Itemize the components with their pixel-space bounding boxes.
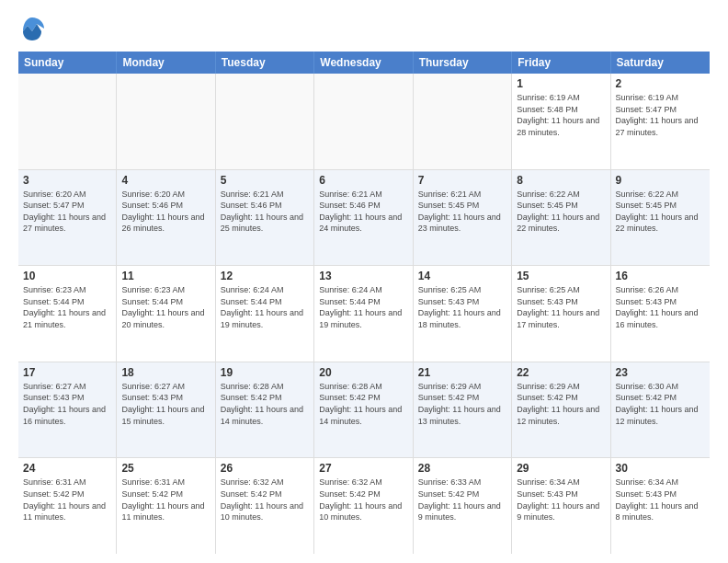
calendar-cell: 23Sunrise: 6:30 AM Sunset: 5:42 PM Dayli… [611,362,710,458]
cell-daylight-info: Sunrise: 6:28 AM Sunset: 5:42 PM Dayligh… [221,381,309,427]
day-number: 15 [517,270,605,282]
header [18,15,710,42]
calendar-cell: 9Sunrise: 6:22 AM Sunset: 5:45 PM Daylig… [611,170,710,266]
day-number: 10 [23,270,111,282]
calendar-header: SundayMondayTuesdayWednesdayThursdayFrid… [18,52,710,74]
calendar-cell: 3Sunrise: 6:20 AM Sunset: 5:47 PM Daylig… [18,170,117,266]
calendar-cell: 16Sunrise: 6:26 AM Sunset: 5:43 PM Dayli… [611,266,710,362]
calendar-row-4: 17Sunrise: 6:27 AM Sunset: 5:43 PM Dayli… [18,362,710,459]
calendar-cell: 27Sunrise: 6:32 AM Sunset: 5:42 PM Dayli… [314,458,413,554]
calendar-cell: 17Sunrise: 6:27 AM Sunset: 5:43 PM Dayli… [18,362,117,458]
calendar-cell: 19Sunrise: 6:28 AM Sunset: 5:42 PM Dayli… [216,362,314,458]
calendar-cell: 15Sunrise: 6:25 AM Sunset: 5:43 PM Dayli… [512,266,610,362]
cell-daylight-info: Sunrise: 6:23 AM Sunset: 5:44 PM Dayligh… [121,284,210,330]
header-day-saturday: Saturday [611,52,710,74]
calendar-row-2: 3Sunrise: 6:20 AM Sunset: 5:47 PM Daylig… [18,170,710,267]
day-number: 17 [23,366,111,379]
calendar-cell: 12Sunrise: 6:24 AM Sunset: 5:44 PM Dayli… [216,266,314,362]
calendar-cell: 30Sunrise: 6:34 AM Sunset: 5:43 PM Dayli… [611,458,710,554]
day-number: 26 [221,462,309,475]
logo-icon [18,15,46,42]
calendar-cell: 2Sunrise: 6:19 AM Sunset: 5:47 PM Daylig… [611,74,710,169]
cell-daylight-info: Sunrise: 6:24 AM Sunset: 5:44 PM Dayligh… [319,284,407,330]
cell-daylight-info: Sunrise: 6:24 AM Sunset: 5:44 PM Dayligh… [221,284,309,330]
day-number: 14 [418,270,506,282]
cell-daylight-info: Sunrise: 6:34 AM Sunset: 5:43 PM Dayligh… [517,477,605,523]
day-number: 9 [616,174,705,187]
cell-daylight-info: Sunrise: 6:19 AM Sunset: 5:47 PM Dayligh… [616,92,705,138]
day-number: 8 [517,174,605,187]
day-number: 28 [418,462,506,475]
header-day-monday: Monday [117,52,215,74]
day-number: 16 [616,270,705,282]
calendar-cell: 18Sunrise: 6:27 AM Sunset: 5:43 PM Dayli… [117,362,215,458]
calendar-cell [18,74,117,169]
calendar-cell: 22Sunrise: 6:29 AM Sunset: 5:42 PM Dayli… [512,362,610,458]
cell-daylight-info: Sunrise: 6:27 AM Sunset: 5:43 PM Dayligh… [23,381,111,427]
calendar-cell: 13Sunrise: 6:24 AM Sunset: 5:44 PM Dayli… [314,266,413,362]
calendar-cell [117,74,215,169]
cell-daylight-info: Sunrise: 6:29 AM Sunset: 5:42 PM Dayligh… [517,381,605,427]
day-number: 12 [221,270,309,282]
cell-daylight-info: Sunrise: 6:27 AM Sunset: 5:43 PM Dayligh… [121,381,210,427]
calendar-row-3: 10Sunrise: 6:23 AM Sunset: 5:44 PM Dayli… [18,266,710,362]
cell-daylight-info: Sunrise: 6:34 AM Sunset: 5:43 PM Dayligh… [616,477,705,523]
calendar-cell: 11Sunrise: 6:23 AM Sunset: 5:44 PM Dayli… [117,266,215,362]
calendar-cell: 8Sunrise: 6:22 AM Sunset: 5:45 PM Daylig… [512,170,610,266]
cell-daylight-info: Sunrise: 6:33 AM Sunset: 5:42 PM Dayligh… [418,477,506,523]
day-number: 13 [319,270,407,282]
day-number: 20 [319,366,407,379]
cell-daylight-info: Sunrise: 6:20 AM Sunset: 5:47 PM Dayligh… [23,189,111,235]
day-number: 11 [121,270,210,282]
cell-daylight-info: Sunrise: 6:21 AM Sunset: 5:46 PM Dayligh… [221,189,309,235]
calendar-cell [216,74,314,169]
day-number: 23 [616,366,705,379]
header-day-wednesday: Wednesday [314,52,413,74]
cell-daylight-info: Sunrise: 6:32 AM Sunset: 5:42 PM Dayligh… [221,477,309,523]
page: SundayMondayTuesdayWednesdayThursdayFrid… [0,0,728,563]
calendar-cell: 5Sunrise: 6:21 AM Sunset: 5:46 PM Daylig… [216,170,314,266]
day-number: 7 [418,174,506,187]
cell-daylight-info: Sunrise: 6:23 AM Sunset: 5:44 PM Dayligh… [23,284,111,330]
calendar-cell: 20Sunrise: 6:28 AM Sunset: 5:42 PM Dayli… [314,362,413,458]
cell-daylight-info: Sunrise: 6:25 AM Sunset: 5:43 PM Dayligh… [517,284,605,330]
cell-daylight-info: Sunrise: 6:26 AM Sunset: 5:43 PM Dayligh… [616,284,705,330]
cell-daylight-info: Sunrise: 6:25 AM Sunset: 5:43 PM Dayligh… [418,284,506,330]
day-number: 6 [319,174,407,187]
calendar-cell: 14Sunrise: 6:25 AM Sunset: 5:43 PM Dayli… [414,266,512,362]
calendar-cell: 10Sunrise: 6:23 AM Sunset: 5:44 PM Dayli… [18,266,117,362]
cell-daylight-info: Sunrise: 6:22 AM Sunset: 5:45 PM Dayligh… [616,189,705,235]
day-number: 1 [517,77,605,90]
calendar-cell: 28Sunrise: 6:33 AM Sunset: 5:42 PM Dayli… [414,458,512,554]
cell-daylight-info: Sunrise: 6:20 AM Sunset: 5:46 PM Dayligh… [121,189,210,235]
cell-daylight-info: Sunrise: 6:21 AM Sunset: 5:45 PM Dayligh… [418,189,506,235]
day-number: 30 [616,462,705,475]
day-number: 29 [517,462,605,475]
calendar-cell: 1Sunrise: 6:19 AM Sunset: 5:48 PM Daylig… [512,74,610,169]
calendar-cell: 29Sunrise: 6:34 AM Sunset: 5:43 PM Dayli… [512,458,610,554]
calendar-cell [414,74,512,169]
calendar-body: 1Sunrise: 6:19 AM Sunset: 5:48 PM Daylig… [18,74,710,554]
calendar-row-5: 24Sunrise: 6:31 AM Sunset: 5:42 PM Dayli… [18,458,710,554]
calendar-cell [314,74,413,169]
day-number: 5 [221,174,309,187]
day-number: 18 [121,366,210,379]
day-number: 3 [23,174,111,187]
header-day-friday: Friday [512,52,610,74]
cell-daylight-info: Sunrise: 6:22 AM Sunset: 5:45 PM Dayligh… [517,189,605,235]
logo [18,15,50,42]
day-number: 4 [121,174,210,187]
header-day-sunday: Sunday [18,52,117,74]
cell-daylight-info: Sunrise: 6:21 AM Sunset: 5:46 PM Dayligh… [319,189,407,235]
calendar-cell: 7Sunrise: 6:21 AM Sunset: 5:45 PM Daylig… [414,170,512,266]
header-day-thursday: Thursday [414,52,512,74]
cell-daylight-info: Sunrise: 6:32 AM Sunset: 5:42 PM Dayligh… [319,477,407,523]
day-number: 25 [121,462,210,475]
calendar: SundayMondayTuesdayWednesdayThursdayFrid… [18,52,710,554]
header-day-tuesday: Tuesday [216,52,314,74]
calendar-cell: 4Sunrise: 6:20 AM Sunset: 5:46 PM Daylig… [117,170,215,266]
cell-daylight-info: Sunrise: 6:30 AM Sunset: 5:42 PM Dayligh… [616,381,705,427]
cell-daylight-info: Sunrise: 6:28 AM Sunset: 5:42 PM Dayligh… [319,381,407,427]
day-number: 19 [221,366,309,379]
day-number: 22 [517,366,605,379]
